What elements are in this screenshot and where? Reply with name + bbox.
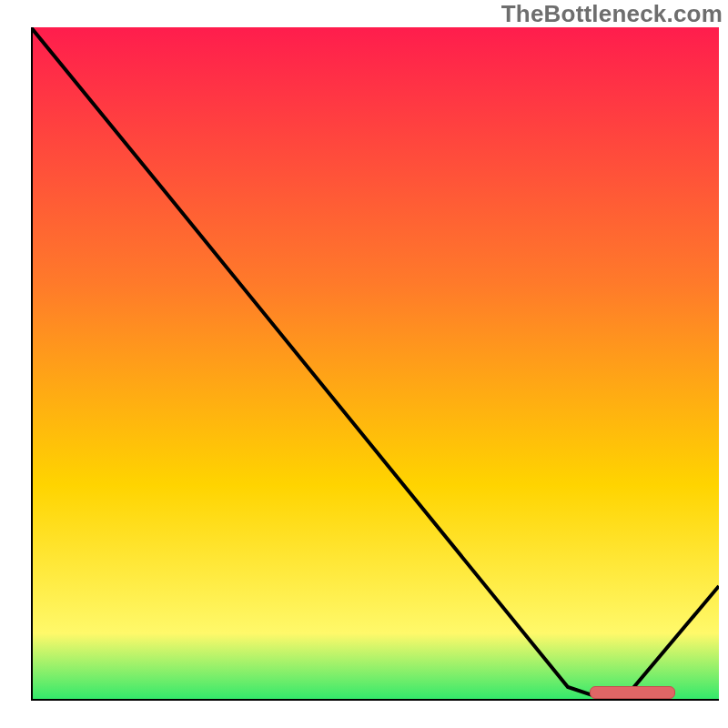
- gradient-background: [31, 27, 719, 701]
- watermark-text: TheBottleneck.com: [501, 0, 723, 28]
- chart-stage: TheBottleneck.com: [0, 0, 728, 728]
- chart-svg: [31, 27, 719, 701]
- plot-area: [31, 27, 719, 701]
